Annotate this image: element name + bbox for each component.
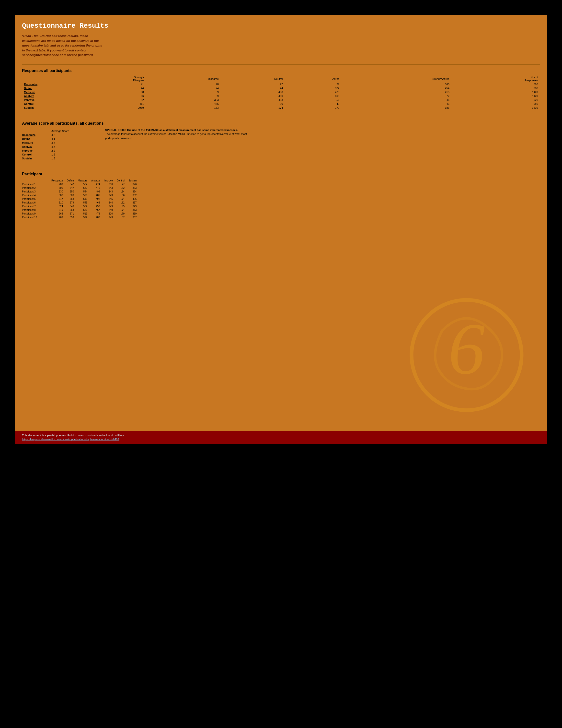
part-recognize: 319 [51, 208, 67, 212]
table-row: Participant 2 305 347 530 476 243 182 33… [22, 186, 141, 190]
divider-2 [22, 117, 540, 117]
part-recognize: 324 [51, 204, 67, 208]
resp-nbr: 988 [451, 86, 540, 90]
part-define: 386 [67, 193, 78, 197]
page-wrapper: Questionnaire Results *Read This: Do Not… [0, 0, 562, 728]
avg-note-body: The Average takes into account the extre… [105, 132, 247, 140]
part-improve: 244 [104, 201, 117, 204]
table-row: Control 411 435 90 41 43 980 [22, 102, 540, 106]
avg-label: Analyze [22, 145, 51, 149]
table-row: Improve 52 363 403 56 46 920 [22, 98, 540, 102]
resp-label: Measure [22, 90, 71, 94]
footer-preview-label: This document is a partial preview. [22, 434, 67, 437]
resp-a: 171 [285, 106, 341, 110]
resp-sd: 52 [71, 98, 146, 102]
table-row: Sustain 1.5 [22, 156, 81, 160]
resp-n: 460 [221, 94, 285, 98]
participant-table: Recognize Define Measure Analyze Improve… [22, 179, 141, 219]
part-control: 179 [117, 212, 129, 215]
table-row: Participant 7 324 346 532 457 249 195 34… [22, 204, 141, 208]
table-row: Analyze 66 69 460 608 72 1420 [22, 94, 540, 98]
resp-sd: 80 [71, 90, 146, 94]
part-analyze: 492 [91, 197, 104, 201]
part-define: 347 [67, 182, 78, 186]
resp-sa: 72 [341, 94, 451, 98]
resp-d: 435 [146, 102, 221, 106]
resp-label: Sustain [22, 106, 71, 110]
part-col-improve: Improve [104, 179, 117, 182]
resp-label: Analyze [22, 94, 71, 98]
avg-note-title: SPECIAL NOTE: The use of the AVERAGE as … [105, 129, 238, 131]
footer-link[interactable]: https://flevy.com/browse/document/cost-o… [22, 438, 119, 441]
part-measure: 545 [78, 201, 91, 204]
resp-col-sa: Strongly Agree [341, 75, 451, 82]
avg-score: 3.7 [51, 141, 81, 145]
footer-download-text: Full document download can be found on F… [67, 434, 125, 437]
part-control: 174 [117, 208, 129, 212]
resp-a: 56 [285, 98, 341, 102]
part-analyze: 476 [91, 186, 104, 190]
resp-nbr: 3630 [451, 106, 540, 110]
divider-1 [22, 64, 540, 65]
part-measure: 529 [78, 193, 91, 197]
part-recognize: 317 [51, 197, 67, 201]
avg-score: 4.2 [51, 133, 81, 137]
resp-sa: 46 [341, 98, 451, 102]
part-recognize: 330 [51, 190, 67, 193]
avg-label: Improve [22, 149, 51, 153]
part-define: 363 [67, 208, 78, 212]
avg-score: 1.5 [51, 156, 81, 160]
divider-3 [22, 168, 540, 168]
part-measure: 530 [78, 186, 91, 190]
table-row: Improve 2.9 [22, 149, 81, 153]
part-improve: 243 [104, 186, 117, 190]
part-control: 182 [117, 186, 129, 190]
resp-a: 428 [285, 90, 341, 94]
resp-nbr: 920 [451, 98, 540, 102]
svg-text:6: 6 [448, 308, 485, 389]
avg-label: Recognize [22, 133, 51, 137]
part-analyze: 467 [91, 208, 104, 212]
resp-col-label [22, 75, 71, 82]
part-control: 182 [117, 201, 129, 204]
part-define: 350 [67, 190, 78, 193]
watermark-logo: 6 [405, 294, 528, 416]
part-label: Participant 2 [22, 186, 51, 190]
resp-col-a: Agree [285, 75, 341, 82]
resp-sd: 66 [71, 94, 146, 98]
part-label: Participant 6 [22, 201, 51, 204]
part-col-analyze: Analyze [91, 179, 104, 182]
part-improve: 249 [104, 208, 117, 212]
resp-label: Improve [22, 98, 71, 102]
table-row: Analyze 3.7 [22, 145, 81, 149]
table-row: Participant 6 310 379 545 468 244 182 33… [22, 201, 141, 204]
part-define: 353 [67, 215, 78, 219]
resp-label: Recognize [22, 82, 71, 86]
part-label: Participant 5 [22, 197, 51, 201]
footer-text: This document is a partial preview. Full… [22, 434, 540, 437]
resp-nbr: 1420 [451, 94, 540, 98]
part-control: 187 [117, 215, 129, 219]
resp-a: 608 [285, 94, 341, 98]
avg-label: Define [22, 137, 51, 141]
table-row: Participant 4 306 386 529 485 243 166 30… [22, 193, 141, 197]
part-define: 368 [67, 197, 78, 201]
avg-label: Measure [22, 141, 51, 145]
part-define: 347 [67, 186, 78, 190]
part-analyze: 474 [91, 182, 104, 186]
main-content: Questionnaire Results *Read This: Do Not… [15, 15, 547, 431]
part-analyze: 468 [91, 201, 104, 204]
participant-section: Participant Recognize Define Measure Ana… [22, 172, 540, 219]
resp-col-nbr: Nbr ofResponses [451, 75, 540, 82]
part-col-define: Define [67, 179, 78, 182]
resp-col-d: Disagree [146, 75, 221, 82]
avg-section-title: Average score all participants, all ques… [22, 121, 540, 126]
resp-label: Define [22, 86, 71, 90]
resp-sd: 41 [71, 82, 146, 86]
resp-sd: 2939 [71, 106, 146, 110]
resp-sa: 43 [341, 102, 451, 106]
footer: This document is a partial preview. Full… [15, 431, 547, 444]
part-define: 371 [67, 212, 78, 215]
page-title: Questionnaire Results [22, 22, 540, 30]
resp-n: 403 [221, 98, 285, 102]
